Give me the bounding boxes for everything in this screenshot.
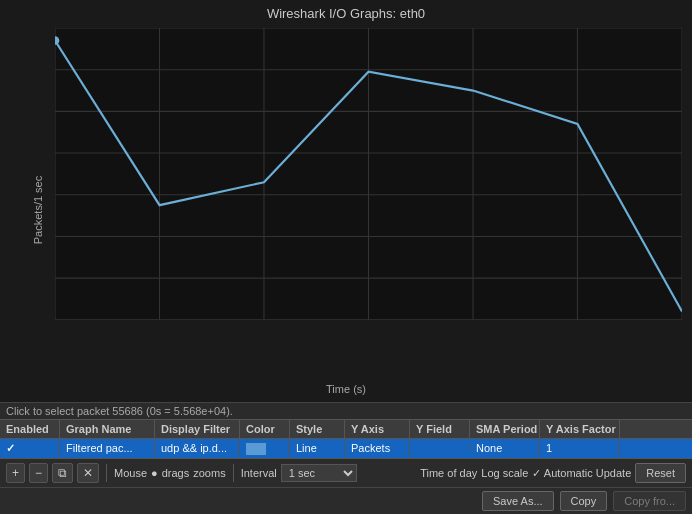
- color-swatch: [246, 443, 266, 455]
- copy-graph-button[interactable]: ⧉: [52, 463, 73, 483]
- col-header-style: Style: [290, 420, 345, 438]
- time-of-day-label: Time of day: [420, 467, 477, 479]
- toolbar-separator-1: [106, 464, 107, 482]
- chart-svg[interactable]: 56000 55000 54000 53000 52000 51000 5000…: [55, 28, 682, 320]
- x-axis-label: Time (s): [326, 383, 366, 395]
- drags-label: drags: [162, 467, 190, 479]
- table-header: Enabled Graph Name Display Filter Color …: [0, 419, 692, 439]
- main-container: Wireshark I/O Graphs: eth0 Packets/1 sec…: [0, 0, 692, 514]
- bottom-row2: Save As... Copy Copy fro...: [0, 487, 692, 514]
- row-enabled: ✓: [0, 439, 60, 458]
- save-as-button[interactable]: Save As...: [482, 491, 554, 511]
- chart-wrapper: Packets/1 sec Time (s) 数据包整理折线图看到每秒都是520…: [0, 23, 692, 397]
- chart-title: Wireshark I/O Graphs: eth0: [0, 0, 692, 23]
- reset-button[interactable]: Reset: [635, 463, 686, 483]
- log-scale-label: Log scale: [481, 467, 528, 479]
- col-header-enabled: Enabled: [0, 420, 60, 438]
- auto-update-label: ✓ Automatic Update: [532, 467, 631, 480]
- y-axis-label: Packets/1 sec: [32, 176, 44, 244]
- clear-button[interactable]: ✕: [77, 463, 99, 483]
- col-header-graph: Graph Name: [60, 420, 155, 438]
- col-header-color: Color: [240, 420, 290, 438]
- table-row[interactable]: ✓ Filtered pac... udp && ip.d... Line Pa…: [0, 439, 692, 458]
- row-sma: None: [470, 439, 540, 457]
- row-y-field: [410, 445, 470, 451]
- row-factor: 1: [540, 439, 620, 457]
- mouse-label: Mouse: [114, 467, 147, 479]
- status-text: Click to select packet 55686 (0s = 5.568…: [6, 405, 233, 417]
- col-header-sma: SMA Period: [470, 420, 540, 438]
- zooms-label: zooms: [193, 467, 225, 479]
- col-header-filter: Display Filter: [155, 420, 240, 438]
- copy-button[interactable]: Copy: [560, 491, 608, 511]
- row-display-filter: udp && ip.d...: [155, 439, 240, 457]
- col-header-yaxis: Y Axis: [345, 420, 410, 438]
- bullet-label: ●: [151, 467, 158, 479]
- row-style: Line: [290, 439, 345, 457]
- toolbar-separator-2: [233, 464, 234, 482]
- bottom-toolbar: + − ⧉ ✕ Mouse ● drags zooms Interval 1 s…: [0, 458, 692, 487]
- interval-select[interactable]: 1 sec 10 msec 100 msec 10 sec 1 min: [281, 464, 357, 482]
- status-bar: Click to select packet 55686 (0s = 5.568…: [0, 402, 692, 419]
- checkmark: ✓: [6, 442, 15, 454]
- interval-label: Interval: [241, 467, 277, 479]
- row-color: [240, 439, 290, 458]
- add-button[interactable]: +: [6, 463, 25, 483]
- col-header-yfield: Y Field: [410, 420, 470, 438]
- col-header-factor: Y Axis Factor: [540, 420, 620, 438]
- copy-from-button[interactable]: Copy fro...: [613, 491, 686, 511]
- chart-area: Wireshark I/O Graphs: eth0 Packets/1 sec…: [0, 0, 692, 402]
- row-y-axis: Packets: [345, 439, 410, 457]
- row-graph-name: Filtered pac...: [60, 439, 155, 457]
- remove-button[interactable]: −: [29, 463, 48, 483]
